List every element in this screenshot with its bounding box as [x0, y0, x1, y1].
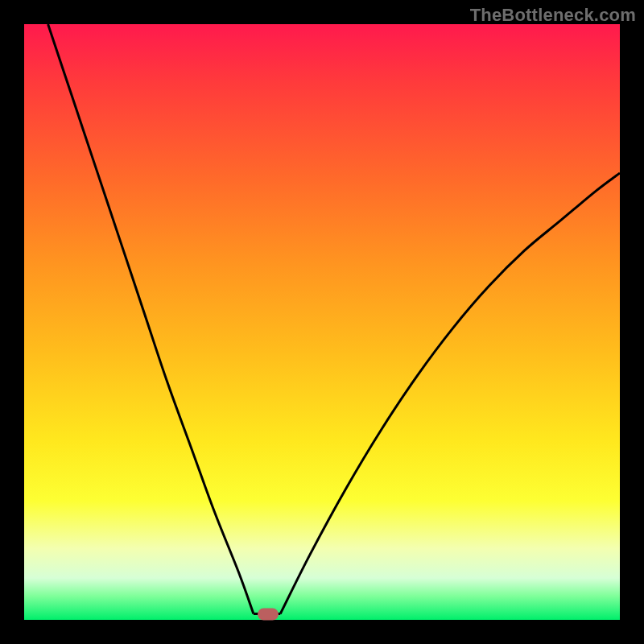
optimum-marker [258, 608, 279, 620]
plot-area [24, 24, 620, 620]
bottleneck-curve [24, 24, 620, 620]
curve-left-branch [48, 24, 254, 614]
curve-right-branch [280, 173, 620, 614]
watermark-text: TheBottleneck.com [470, 5, 636, 26]
chart-frame: TheBottleneck.com [0, 0, 644, 644]
